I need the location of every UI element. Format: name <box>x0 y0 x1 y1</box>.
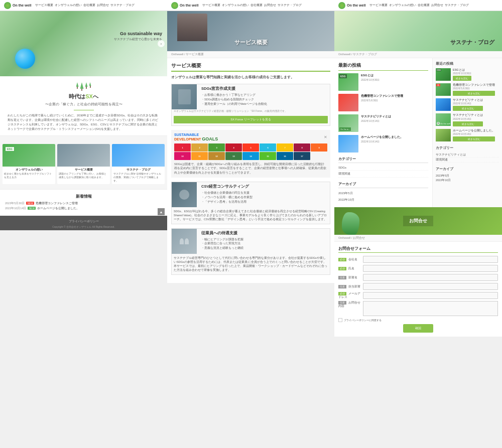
p3-sidebar-post-2[interactable]: 新 危機管理コンファレンスで登壇 2022年5月30日 続きを読む <box>436 83 499 96</box>
p1-card-body-blog: サステナブルに関する情報やオンザウェルの業務、実績についてブログで掲載します。 <box>112 172 165 184</box>
p3-archive-2[interactable]: 2022年10月 <box>338 197 428 203</box>
p3-nav-company[interactable]: 会社概要 <box>418 4 430 7</box>
p3-archive-1[interactable]: 2023年5月 <box>338 190 428 197</box>
p3-sidebar-archive-2[interactable]: 2022年10月 <box>436 178 499 183</box>
p3-sidebar-title-4: サステナビリティとは <box>453 113 483 117</box>
p1-card-service[interactable]: サービス概要 課題のヒアリングを丁寧に行い、お客様と成長しながら課題解決に取り組… <box>57 144 110 184</box>
p3-post-date-3: 2022年10月14日 <box>361 119 391 122</box>
p2-nav-blog[interactable]: サステナ・ブログ <box>278 4 302 7</box>
p3-input-name[interactable] <box>363 265 498 272</box>
p2-service-csv: CSV経営コンサルティング 社会価値と企業価値の同立を支援 ノウハウを活用・横に… <box>171 182 330 224</box>
p1-nav-company[interactable]: 会社概要 <box>83 4 95 7</box>
p3-sidebar-date-4: 2022年10月14日 <box>453 117 483 120</box>
p3-form-label-dept2: 任意 担当部署 <box>338 285 361 288</box>
p2-nav-contact[interactable]: お問合せ <box>264 4 276 7</box>
p2-service-csv-header: CSV経営コンサルティング 社会価値と企業価値の同立を支援 ノウハウを活用・横に… <box>172 182 330 207</box>
p3-label-text-dept2: 担当部署 <box>348 285 360 288</box>
p3-blog-post-1[interactable]: ESG ESGとは 2022年10月30日 <box>338 73 428 91</box>
p1-next-arrow[interactable]: › <box>158 40 165 47</box>
p2-nav-about[interactable]: オンザウェルの想い <box>222 4 249 7</box>
p1-news-text-1: 危機管理コンファレンスご登壇 <box>36 202 78 205</box>
p1-card-body-service: 課題のヒアリングを丁寧に行い、お客様と成長しながら課題解決に取り組みます。 <box>57 172 110 181</box>
p3-sidebar-title-5: ホームページを公開しました。 <box>453 129 495 132</box>
p2-sdg-close-icon[interactable]: ✕ <box>324 135 327 139</box>
p2-nav-service[interactable]: サービス概要 <box>202 4 220 7</box>
p3-sidebar-archive-1[interactable]: 2023年5月 <box>436 174 499 178</box>
p3-blog-thumb-1: ESG <box>338 73 358 91</box>
p3-blog-thumb-3: On the w... <box>338 114 358 132</box>
p3-nav-about[interactable]: オンザウェルの想い <box>389 4 416 7</box>
p3-read-more-1[interactable]: 続きを読む <box>453 76 471 81</box>
p1-privacy-link[interactable]: プライバシーポリシー <box>5 220 162 223</box>
p3-cat-1[interactable]: SDGs <box>338 165 428 171</box>
p2-service-sdgs-title: SDGs宣言作成支援 <box>201 86 267 91</box>
p1-trees-decoration <box>5 82 162 91</box>
p1-nav-blog[interactable]: サステナ・ブログ <box>110 4 135 7</box>
p2-service-csv-title: CSV経営コンサルティング <box>201 184 253 189</box>
sdg-goal-15: 15 <box>260 152 276 160</box>
p3-sidebar-post-info-5: ホームページを公開しました。 2022年10月14日 続きを読む <box>453 129 495 141</box>
p1-copyright: Copyright © 合同会社オンザウェル All Rights Reserv… <box>5 225 162 228</box>
p2-service-employee-info: 従業員への待遇支援 軸にヒアリングが課題を把握 企業理念に合った実現方法 意義な… <box>199 229 245 254</box>
p3-contact-breadcrumb: Onthewell / お問合せ <box>334 235 502 242</box>
p1-hero-text: Go sustainable way サステナブル経営で心豊かな未来を <box>114 31 162 42</box>
p3-blog-layout: 最新の投稿 ESG ESGとは 2022年10月30日 危機管理コンファレンスで… <box>334 58 502 207</box>
p1-logo[interactable]: On the well <box>4 2 31 9</box>
p3-input-company[interactable] <box>363 256 498 263</box>
p2-service-sdgs-btn[interactable]: SX Force リーフレットを見る <box>174 116 328 123</box>
p1-card-blog[interactable]: サステナ・ブログ サステナブルに関する情報やオンザウェルの業務、実績についてブロ… <box>112 144 165 184</box>
p3-nav-service[interactable]: サービス概要 <box>369 4 388 7</box>
p2-page-title: サービス概要 <box>171 62 330 72</box>
p3-sidebar-thumb-3 <box>436 98 451 111</box>
p3-nav-blog[interactable]: サステナ・ブログ <box>445 4 469 7</box>
p3-read-more-3[interactable]: 続きを読む <box>453 106 483 111</box>
p3-form-row-message: 任意 お問合せ内容 <box>338 301 498 316</box>
p3-submit-button[interactable]: 確認 <box>403 324 433 333</box>
p3-sidebar-thumb-1: ESG <box>436 68 451 81</box>
p2-service-sdgs-header: SDGs宣言作成支援 お客様に働きかう！丁寧なヒアリング SDGs調査から始める… <box>172 84 330 109</box>
p3-blog-hero-title: サステナ・ブログ <box>450 39 494 46</box>
p3-privacy-checkbox[interactable] <box>338 318 342 322</box>
p3-nav-contact[interactable]: お問合せ <box>431 4 443 7</box>
p3-logo[interactable]: On the well <box>338 2 365 9</box>
p1-back-to-top[interactable]: ▲ <box>158 208 165 215</box>
p3-blog-post-2[interactable]: 危機管理コンファレンスで登壇 2022年5月30日 <box>338 94 428 111</box>
p3-input-dept2[interactable] <box>363 283 498 290</box>
p1-nav-service[interactable]: サービス概要 <box>35 4 53 7</box>
p1-nav-about[interactable]: オンザウェルの想い <box>55 4 82 7</box>
p3-logo-icon <box>338 2 345 9</box>
p3-sidebar-archive-title: アーカイブ <box>436 167 499 172</box>
p3-read-more-2[interactable]: 続きを読む <box>453 91 495 96</box>
p1-footer: プライバシーポリシー Copyright © 合同会社オンザウェル All Ri… <box>0 216 167 230</box>
p3-sidebar-cat-2[interactable]: 環境関連 <box>436 158 499 163</box>
p3-input-message[interactable] <box>363 301 498 316</box>
p3-cat-2[interactable]: 環境関連 <box>338 171 428 178</box>
p2-nav-company[interactable]: 会社概要 <box>250 4 263 7</box>
p3-input-dept[interactable] <box>363 274 498 281</box>
p3-sidebar-archive: アーカイブ 2023年5月 2022年10月 <box>436 167 499 183</box>
p1-nav-contact[interactable]: お問合せ <box>97 4 109 7</box>
p3-nav: サービス概要 オンザウェルの想い 会社概要 お問合せ サステナ・ブログ <box>369 4 469 7</box>
p1-hero: Go sustainable way サステナブル経営で心豊かな未来を › <box>0 11 167 76</box>
p3-form-label-email: 必須 メールアドレス <box>338 292 361 299</box>
p3-input-email[interactable] <box>363 292 498 299</box>
p3-sidebar-post-1[interactable]: ESG ESGとは 2022年10月30日 続きを読む <box>436 68 499 81</box>
list-item: 軸にヒアリングが課題を把握 <box>201 237 243 242</box>
p3-contact-plant <box>342 212 359 235</box>
p3-blog-post-4[interactable]: ホームページを公開しました。 2022年10月14日 <box>338 135 428 153</box>
p3-sidebar-post-3[interactable]: サステナビリティとは 2022年10月14日 続きを読む <box>436 98 499 111</box>
list-item: 意義な況況と経験もっと継続 <box>201 246 243 250</box>
p2-logo[interactable]: On the well <box>171 2 198 9</box>
p3-sidebar-post-4[interactable]: O On the well サステナビリティとは 2022年10月14日 続きを… <box>436 113 499 126</box>
p2-service-employee-list: 軸にヒアリングが課題を把握 企業理念に合った実現方法 意義な況況と経験もっと継続 <box>201 237 243 250</box>
p3-read-more-5[interactable]: 続きを読む <box>453 136 495 141</box>
list-item: SDGs調査から始める段階的チェック <box>201 97 267 102</box>
sdg-goal-11: 11 <box>191 152 208 160</box>
p3-privacy-label: プライバシーポリシーに同意する <box>344 319 382 322</box>
p3-sidebar-cat-1[interactable]: サステナビリティとは <box>436 153 499 158</box>
p1-card-about[interactable]: ESG オンザウェルの想い 続きゆく豊かな未来をサステナブルソフトを支える力 <box>3 144 55 184</box>
p3-sidebar-post-5[interactable]: ホームページを公開しました。 2022年10月14日 続きを読む <box>436 129 499 141</box>
p3-read-more-4[interactable]: 続きを読む <box>453 121 483 126</box>
p1-sx-subtitle: 〜企業の「稼ぐ力」と社会の持続可能性を両立〜 <box>5 102 162 107</box>
p3-blog-post-3[interactable]: On the w... サステナビリティとは 2022年10月14日 <box>338 114 428 132</box>
